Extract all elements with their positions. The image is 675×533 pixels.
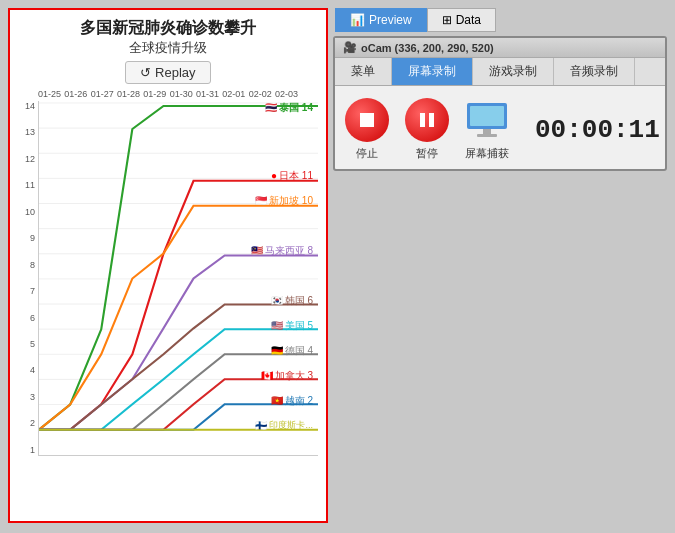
chart-drawing-area: 1 2 3 4 5 6 7 8 9 10 11 12 13 14 xyxy=(38,101,318,456)
date-label: 01-26 xyxy=(64,89,87,99)
date-label: 01-29 xyxy=(143,89,166,99)
svg-rect-16 xyxy=(429,113,434,127)
y-label: 6 xyxy=(13,313,35,323)
timer-display: 00:00:11 xyxy=(535,115,660,145)
y-label: 4 xyxy=(13,365,35,375)
capture-label: 屏幕捕获 xyxy=(465,146,509,161)
country-label-thailand: 🇹🇭 泰国 14 xyxy=(265,101,313,115)
svg-rect-14 xyxy=(360,113,374,127)
country-label-vietnam: 🇻🇳 越南 2 xyxy=(271,394,313,408)
date-label: 01-27 xyxy=(91,89,114,99)
date-label: 01-25 xyxy=(38,89,61,99)
table-icon: ⊞ xyxy=(442,13,452,27)
country-label-japan: ● 日本 11 xyxy=(271,169,313,183)
tab-preview[interactable]: 📊 Preview xyxy=(335,8,427,32)
ocam-window: 🎥 oCam (336, 200, 290, 520) 菜单 屏幕录制 游戏录制… xyxy=(333,36,667,171)
y-axis: 1 2 3 4 5 6 7 8 9 10 11 12 13 14 xyxy=(13,101,35,455)
date-label: 02-01 xyxy=(222,89,245,99)
stop-button[interactable]: 停止 xyxy=(345,98,389,161)
date-axis: 01-25 01-26 01-27 01-28 01-29 01-30 01-3… xyxy=(10,89,326,101)
y-label: 5 xyxy=(13,339,35,349)
pause-icon xyxy=(405,98,449,142)
country-label-germany: 🇩🇪 德国 4 xyxy=(271,344,313,358)
country-label-singapore: 🇸🇬 新加坡 10 xyxy=(255,194,313,208)
ocam-tabs: 菜单 屏幕录制 游戏录制 音频录制 xyxy=(335,58,665,86)
svg-rect-15 xyxy=(420,113,425,127)
y-label: 13 xyxy=(13,127,35,137)
chart-title: 多国新冠肺炎确诊数攀升 xyxy=(10,10,326,39)
svg-rect-20 xyxy=(477,134,497,137)
date-label: 01-31 xyxy=(196,89,219,99)
replay-button[interactable]: ↺ Replay xyxy=(125,61,210,84)
chart-panel: 多国新冠肺炎确诊数攀升 全球疫情升级 ↺ Replay 01-25 01-26 … xyxy=(8,8,328,523)
svg-rect-18 xyxy=(470,106,504,126)
y-label: 7 xyxy=(13,286,35,296)
svg-rect-19 xyxy=(483,129,491,134)
stop-icon xyxy=(345,98,389,142)
date-label: 01-28 xyxy=(117,89,140,99)
y-label: 12 xyxy=(13,154,35,164)
y-label: 11 xyxy=(13,180,35,190)
ocam-title-bar: 🎥 oCam (336, 200, 290, 520) xyxy=(335,38,665,58)
y-label: 1 xyxy=(13,445,35,455)
ocam-tab-screen-record[interactable]: 屏幕录制 xyxy=(392,58,473,85)
date-label: 01-30 xyxy=(170,89,193,99)
y-label: 2 xyxy=(13,418,35,428)
country-label-korea: 🇰🇷 韩国 6 xyxy=(271,294,313,308)
y-label: 9 xyxy=(13,233,35,243)
y-label: 10 xyxy=(13,207,35,217)
pause-label: 暂停 xyxy=(416,146,438,161)
y-label: 8 xyxy=(13,260,35,270)
ocam-icon: 🎥 xyxy=(343,41,357,54)
country-label-canada: 🇨🇦 加拿大 3 xyxy=(261,369,313,383)
ocam-tab-game-record[interactable]: 游戏录制 xyxy=(473,58,554,85)
stop-label: 停止 xyxy=(356,146,378,161)
y-label: 3 xyxy=(13,392,35,402)
ocam-controls: 停止 暂停 xyxy=(335,86,665,169)
chart-subtitle: 全球疫情升级 xyxy=(10,39,326,57)
chart-icon: 📊 xyxy=(350,13,365,27)
capture-button[interactable]: 屏幕捕获 xyxy=(465,98,509,161)
country-label-malaysia: 🇲🇾 马来西亚 8 xyxy=(251,244,313,258)
country-label-india: 🇫🇮 印度斯卡... xyxy=(255,419,313,432)
ocam-tab-menu[interactable]: 菜单 xyxy=(335,58,392,85)
capture-icon xyxy=(465,98,509,142)
date-label: 02-03 xyxy=(275,89,298,99)
pause-button[interactable]: 暂停 xyxy=(405,98,449,161)
ocam-title: oCam (336, 200, 290, 520) xyxy=(361,42,494,54)
country-label-usa: 🇺🇸 美国 5 xyxy=(271,319,313,333)
y-label: 14 xyxy=(13,101,35,111)
tab-data[interactable]: ⊞ Data xyxy=(427,8,496,32)
ocam-tab-audio-record[interactable]: 音频录制 xyxy=(554,58,635,85)
date-label: 02-02 xyxy=(249,89,272,99)
